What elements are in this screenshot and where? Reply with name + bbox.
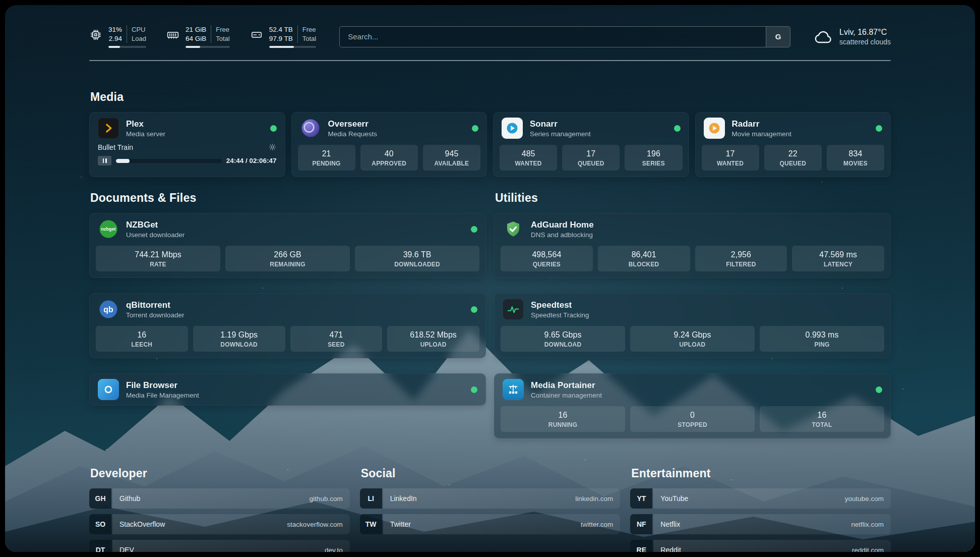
section-documents: Documents & Files nzbget NZBGet: [89, 191, 486, 438]
bookmark-name: YouTube: [660, 494, 688, 503]
app-subtitle: Torrent downloader: [126, 311, 185, 319]
stat-label: UPLOAD: [633, 341, 752, 348]
stackoverflow-icon: SO: [89, 514, 111, 534]
bookmark-url: github.com: [310, 495, 343, 503]
pause-button[interactable]: [98, 156, 111, 165]
now-playing-title: Bullet Train: [98, 143, 133, 151]
status-dot: [472, 125, 478, 132]
app-card-portainer[interactable]: Media Portainer Container management 16 …: [494, 373, 891, 438]
playback-time: 24:44 / 02:06:47: [226, 157, 277, 164]
app-card-qbittorrent[interactable]: qb qBittorrent Torrent downloader: [89, 293, 486, 358]
cpu-readout: 31% 2.94 CPU Load: [108, 25, 146, 48]
bookmark-linkedin[interactable]: LI LinkedIn linkedin.com: [360, 488, 621, 509]
stat-box: 86,401 BLOCKED: [598, 246, 690, 271]
stat-value: 17: [565, 149, 617, 159]
ram-readout: 21 GiB 64 GiB Free Total: [186, 25, 230, 48]
stat-value: 9.65 Gbps: [504, 330, 622, 340]
ram-progress-bar: [186, 46, 230, 48]
section-developer: Developer GH Github github.com SO StackO…: [89, 467, 350, 552]
bookmark-name: LinkedIn: [390, 494, 417, 503]
app-card-overseerr[interactable]: Overseerr Media Requests 21 PENDING: [291, 112, 487, 177]
app-card-nzbget[interactable]: nzbget NZBGet Usenet downloader 74: [89, 213, 486, 278]
app-name: Plex: [126, 119, 165, 129]
app-subtitle: DNS and adblocking: [531, 231, 594, 239]
stat-label: RUNNING: [504, 421, 622, 428]
stat-value: 47.569 ms: [795, 250, 881, 260]
stat-box: 618.52 Mbps UPLOAD: [387, 326, 479, 352]
overseerr-icon: [300, 118, 321, 139]
bookmark-url: reddit.com: [852, 546, 884, 552]
stat-label: SEED: [293, 341, 380, 348]
cpu-percent: 31%: [108, 25, 122, 34]
sonarr-icon: [502, 118, 523, 139]
linkedin-icon: LI: [360, 488, 382, 509]
netflix-icon: NF: [630, 514, 652, 534]
divider: [211, 25, 211, 43]
app-name: Radarr: [732, 119, 792, 129]
stat-label: REMAINING: [228, 261, 347, 268]
section-title-developer: Developer: [90, 467, 350, 480]
app-card-sonarr[interactable]: Sonarr Series management 485 WANTED: [493, 112, 689, 177]
bookmark-github[interactable]: GH Github github.com: [89, 488, 350, 509]
stat-box: 17 QUEUED: [562, 145, 620, 171]
stat-box: 16 LEECH: [96, 326, 188, 352]
bookmark-name: Github: [119, 494, 140, 503]
section-media: Media Plex Media server: [89, 90, 891, 177]
divider: [297, 25, 298, 43]
playback-progress-bar[interactable]: [116, 159, 222, 163]
cpu-load: 2.94: [109, 34, 122, 43]
stat-value: 196: [628, 149, 679, 159]
stat-box: 1.19 Gbps DOWNLOAD: [193, 326, 285, 352]
section-title-social: Social: [361, 467, 621, 480]
disk-widget: 52.4 TB 97.9 TB Free Total: [250, 25, 317, 48]
app-name: Media Portainer: [531, 380, 602, 391]
bookmark-reddit[interactable]: RE Reddit reddit.com: [630, 540, 891, 552]
stat-label: WANTED: [705, 160, 756, 167]
stat-value: 471: [293, 330, 380, 340]
dashboard: 31% 2.94 CPU Load: [5, 5, 975, 552]
status-dot: [471, 226, 477, 233]
search-bar: G: [339, 26, 790, 47]
stat-label: STOPPED: [633, 421, 752, 428]
stat-box: 17 WANTED: [702, 145, 759, 171]
app-card-filebrowser[interactable]: File Browser Media File Management: [89, 373, 486, 406]
app-card-speedtest[interactable]: Speedtest Speedtest Tracking 9.65 Gbps D…: [494, 293, 891, 358]
search-input[interactable]: [340, 27, 766, 47]
stat-value: 945: [426, 149, 477, 159]
stat-value: 2,956: [698, 250, 784, 260]
section-title-documents: Documents & Files: [90, 191, 486, 205]
bookmark-youtube[interactable]: YT YouTube youtube.com: [630, 488, 891, 509]
gear-icon[interactable]: [268, 143, 277, 151]
stat-box: 744.21 Mbps RATE: [96, 246, 220, 271]
stat-label: WANTED: [503, 160, 554, 167]
twitter-icon: TW: [360, 514, 382, 534]
app-card-plex[interactable]: Plex Media server Bullet Train: [89, 112, 285, 177]
stat-box: 0.993 ms PING: [760, 326, 884, 352]
stat-value: 498,564: [504, 250, 590, 260]
weather-widget[interactable]: Lviv, 16.87°C scattered clouds: [814, 27, 891, 46]
search-engine-button[interactable]: G: [766, 27, 790, 47]
bookmark-dev[interactable]: DT DEV dev.to: [89, 540, 350, 552]
weather-text: Lviv, 16.87°C scattered clouds: [839, 27, 891, 46]
app-subtitle: Media Requests: [328, 130, 378, 138]
status-dot: [674, 125, 681, 132]
app-name: File Browser: [126, 380, 199, 391]
section-title-media: Media: [90, 90, 891, 104]
stat-value: 40: [363, 149, 415, 159]
stat-box: 485 WANTED: [500, 145, 557, 171]
bookmark-twitter[interactable]: TW Twitter twitter.com: [360, 514, 621, 534]
disk-free-label: Free: [302, 25, 316, 34]
stat-value: 9.24 Gbps: [633, 330, 752, 340]
app-card-radarr[interactable]: Radarr Movie management 17 WANTED 2: [695, 112, 891, 177]
disk-icon: [250, 25, 263, 41]
stat-value: 86,401: [601, 250, 687, 260]
section-entertainment: Entertainment YT YouTube youtube.com NF …: [630, 467, 891, 552]
section-utilities: Utilities Ad: [494, 191, 891, 438]
bookmark-stackoverflow[interactable]: SO StackOverflow stackoverflow.com: [89, 514, 350, 534]
bookmark-netflix[interactable]: NF Netflix netflix.com: [630, 514, 891, 534]
reddit-icon: RE: [630, 540, 652, 552]
app-name: NZBGet: [126, 219, 185, 230]
screen-frame: 31% 2.94 CPU Load: [0, 0, 980, 557]
stat-value: 485: [503, 149, 554, 159]
app-card-adguard[interactable]: AdGuard Home DNS and adblocking 498,564 …: [494, 213, 891, 278]
